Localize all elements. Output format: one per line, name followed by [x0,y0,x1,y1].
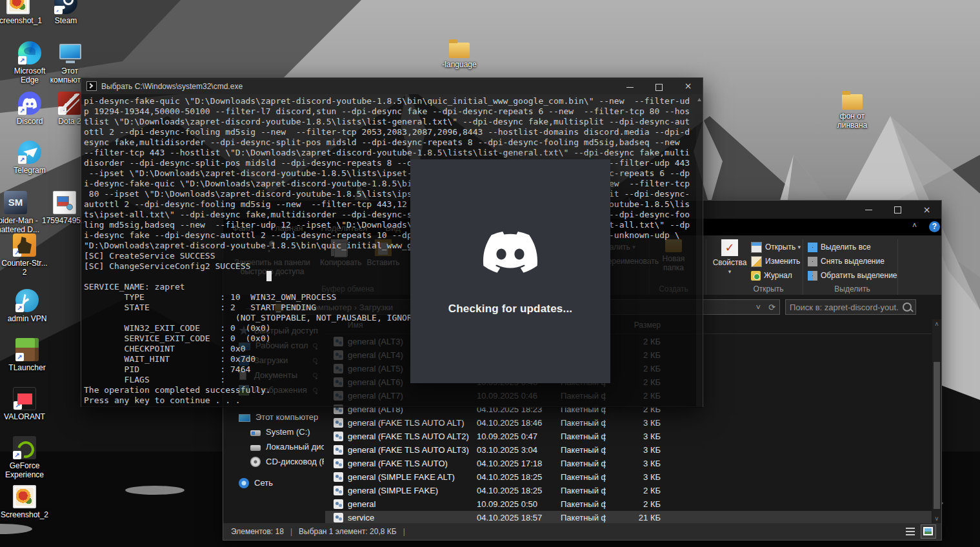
window-title: Выбрать C:\Windows\system32\cmd.exe [101,82,243,91]
desktop-icon-cs2[interactable]: Counter-Str... 2 [0,234,49,277]
table-row[interactable]: service 04.10.2025 18:57 Пакетный файл .… [325,511,932,524]
image-file-icon [6,0,30,14]
edit-button[interactable]: Изменить [751,255,800,268]
batch-file-icon [334,459,343,468]
file-date: 04.10.2025 17:18 [477,459,561,468]
batch-file-icon [334,445,343,455]
table-row[interactable]: general (FAKE TLS AUTO ALT2) 10.09.2025 … [325,430,932,443]
batch-file-icon [334,486,343,495]
address-dropdown-icon[interactable]: ˅ [756,303,761,312]
shortcut-arrow-icon [18,106,26,115]
table-row[interactable]: general (SIMPLE FAKE) 04.10.2025 18:25 П… [325,484,932,497]
batch-file-icon [334,418,343,428]
sidebar-item[interactable]: Этот компьютер [223,410,324,424]
sidebar-item-label: Сеть [254,478,273,488]
file-size: 3 КБ [606,418,661,428]
sidebar-item[interactable]: System (C:) [223,424,324,439]
items-count: Элементов: 18 [231,527,284,536]
telegram-icon [18,141,41,164]
batch-file-icon [334,513,343,522]
desktop-icon-screenshot1[interactable]: Screenshot_1 [0,0,43,25]
properties-button[interactable]: Свойства ▾ [710,239,749,276]
desktop-icon-admin-vpn[interactable]: admin VPN [3,289,52,323]
sidebar-item-icon [239,414,250,422]
desktop-folder-fon[interactable]: фон от линвана [823,94,881,130]
shortcut-arrow-icon [13,451,21,459]
search-input[interactable]: Поиск в: zapret-discord-yout... [785,299,916,315]
ribbon-collapse-icon[interactable]: ˄ [912,221,917,230]
table-row[interactable]: general 10.09.2025 0:50 Пакетный файл ..… [325,497,932,511]
file-date: 04.10.2025 18:46 [477,418,561,428]
sidebar-item[interactable]: CD-дисковод (F:) [223,454,324,469]
file-type: Пакетный файл ... [561,499,606,509]
file-name: general [348,499,477,509]
close-button[interactable]: × [674,78,703,94]
maximize-button[interactable] [645,78,674,94]
sidebar-item-label: CD-дисковод (F:) [266,457,324,466]
desktop-icon-telegram[interactable]: Telegram [5,141,54,175]
table-row[interactable]: general (FAKE TLS AUTO) 04.10.2025 17:18… [325,457,932,470]
details-view-button[interactable] [903,524,918,539]
maximize-button[interactable] [883,201,912,219]
open-button[interactable]: Открыть ▾ [751,241,801,254]
select-all-button[interactable]: Выделить все [808,241,871,254]
file-name: service [348,513,477,522]
tlauncher-icon [15,338,39,361]
table-row[interactable]: general (FAKE TLS AUTO ALT) 04.10.2025 1… [325,416,932,430]
scroll-up-icon[interactable]: ˄ [932,319,941,330]
scrollbar-thumb[interactable] [934,362,940,509]
status-bar: Элементов: 18 | Выбран 1 элемент: 20,8 К… [223,523,941,540]
sidebar-item-label: Этот компьютер [255,412,318,422]
sidebar-item[interactable]: Локальный диск (D:) [223,439,324,454]
help-icon[interactable]: ? [929,221,940,232]
sidebar-item-icon [250,457,261,467]
sidebar-item-icon [250,445,261,451]
desktop-icon-geforce[interactable]: GeForce Experience [0,436,49,479]
invert-selection-icon [808,271,817,281]
file-size: 3 КБ [606,472,661,482]
close-button[interactable]: × [912,201,941,219]
open-icon [751,242,762,253]
cmd-titlebar[interactable]: Выбрать C:\Windows\system32\cmd.exe × [81,78,703,94]
properties-icon [721,239,738,256]
desktop-icon-valorant[interactable]: VALORANT [0,387,49,421]
desktop-icon-screenshot2[interactable]: Screenshot_2 [0,485,49,519]
sidebar-item[interactable]: Сеть [223,475,324,490]
desktop-icon-label: Steam [41,16,90,25]
update-status-text: Checking for updates... [410,303,610,315]
search-placeholder: Поиск в: zapret-discord-yout... [790,303,898,312]
select-none-button[interactable]: Снять выделение [808,255,885,268]
desktop-icon-steam[interactable]: Steam [41,0,90,25]
vertical-scrollbar[interactable]: ˄ ˅ [932,319,941,524]
vpn-icon [15,289,39,312]
refresh-icon[interactable]: ⟳ [768,303,775,312]
console-line: tlist \"D:\Downloads\zapret-discord-yout… [84,117,703,127]
selection-cursor [266,271,272,281]
console-line: --filter-tcp 443 --hostlist \"D:\Downloa… [84,148,703,158]
console-scrollbar[interactable] [696,95,702,406]
history-button[interactable]: Журнал [751,269,792,282]
file-name: general (FAKE TLS AUTO) [348,459,477,468]
file-date: 10.09.2025 0:47 [477,432,561,441]
desktop-folder-language[interactable]: -language [434,43,485,69]
batch-file-icon [334,432,343,441]
file-size: 2 КБ [606,486,661,495]
shortcut-arrow-icon [58,106,66,115]
geforce-icon [13,436,36,459]
minimize-button[interactable] [854,201,883,219]
table-row[interactable]: general (FAKE TLS AUTO ALT3) 03.10.2025 … [325,443,932,457]
desktop-icon-spiderman[interactable]: SM Spider-Man - Shattered D... [0,191,40,234]
desktop-icon-tlauncher[interactable]: TLauncher [3,338,52,372]
select-none-icon [808,257,817,266]
spiderman-game-icon: SM [4,191,27,214]
media-file-icon [53,191,76,214]
thumbnail-view-button[interactable] [921,524,936,539]
desktop-icon-label: Counter-Str... 2 [0,259,49,277]
table-row[interactable]: general (SIMPLE FAKE ALT) 04.10.2025 18:… [325,470,932,484]
select-all-icon [808,243,817,252]
invert-selection-button[interactable]: Обратить выделение [808,269,897,282]
file-date: 04.10.2025 18:57 [477,513,561,522]
desktop-icon-label: Screenshot_1 [0,16,43,25]
cmd-icon [86,81,97,91]
minimize-button[interactable] [615,78,645,94]
